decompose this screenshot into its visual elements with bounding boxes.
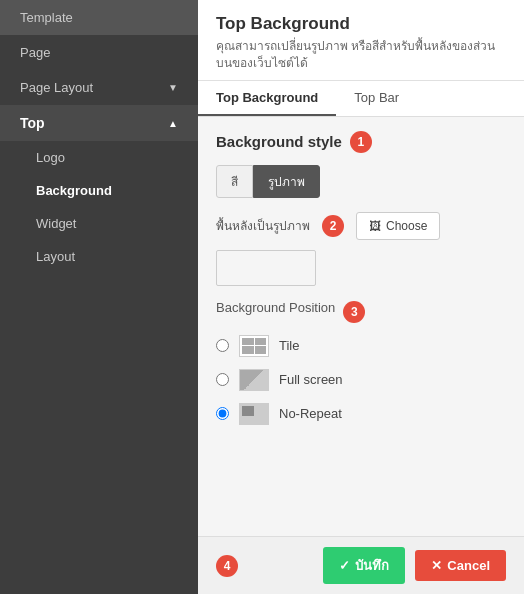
section-title-text: Background style bbox=[216, 133, 342, 150]
style-btn-image[interactable]: รูปภาพ bbox=[253, 165, 320, 198]
badge-4: 4 bbox=[216, 555, 238, 577]
image-row: พื้นหลังเป็นรูปภาพ 2 🖼 Choose bbox=[216, 212, 506, 240]
main-header: Top Background คุณสามารถเปลี่ยนรูปภาพ หร… bbox=[198, 0, 524, 81]
badge-4-container: 4 bbox=[216, 555, 238, 577]
sidebar-item-label: Top bbox=[20, 115, 45, 131]
cancel-icon: ✕ bbox=[431, 558, 442, 573]
cancel-button[interactable]: ✕ Cancel bbox=[415, 550, 506, 581]
sidebar-item-template[interactable]: Template bbox=[0, 0, 198, 35]
option-no-repeat[interactable]: No-Repeat bbox=[216, 403, 506, 425]
sidebar-item-widget[interactable]: Widget bbox=[0, 207, 198, 240]
cancel-label: Cancel bbox=[447, 558, 490, 573]
choose-button[interactable]: 🖼 Choose bbox=[356, 212, 440, 240]
sidebar-item-layout[interactable]: Layout bbox=[0, 240, 198, 273]
sidebar-item-page-layout[interactable]: Page Layout ▼ bbox=[0, 70, 198, 105]
chevron-up-icon: ▲ bbox=[168, 118, 178, 129]
badge-1: 1 bbox=[350, 131, 372, 153]
sidebar-item-background[interactable]: Background bbox=[0, 174, 198, 207]
norepeat-label: No-Repeat bbox=[279, 406, 342, 421]
radio-no-repeat[interactable] bbox=[216, 407, 229, 420]
sidebar-item-label: Page Layout bbox=[20, 80, 93, 95]
sidebar-item-label: Template bbox=[20, 10, 73, 25]
content-area: Background style 1 สี รูปภาพ พื้นหลังเป็… bbox=[198, 117, 524, 536]
tab-top-bar[interactable]: Top Bar bbox=[336, 81, 417, 116]
sidebar-item-top[interactable]: Top ▲ bbox=[0, 105, 198, 141]
style-btn-color[interactable]: สี bbox=[216, 165, 253, 198]
save-label: บันทึก bbox=[355, 555, 389, 576]
sidebar: Template Page Page Layout ▼ Top ▲ Logo B… bbox=[0, 0, 198, 594]
tab-top-background[interactable]: Top Background bbox=[198, 81, 336, 116]
header-description: คุณสามารถเปลี่ยนรูปภาพ หรือสีสำหรับพื้นห… bbox=[216, 38, 506, 72]
sidebar-sub-item-label: Layout bbox=[36, 249, 75, 264]
fullscreen-icon bbox=[239, 369, 269, 391]
radio-fullscreen[interactable] bbox=[216, 373, 229, 386]
preview-image bbox=[216, 250, 316, 286]
sidebar-sub-item-label: Background bbox=[36, 183, 112, 198]
save-button[interactable]: ✓ บันทึก bbox=[323, 547, 405, 584]
tile-label: Tile bbox=[279, 338, 299, 353]
badge-3: 3 bbox=[343, 301, 365, 323]
image-label: พื้นหลังเป็นรูปภาพ bbox=[216, 216, 310, 235]
norepeat-icon bbox=[239, 403, 269, 425]
position-options: Tile Full screen No-Repeat bbox=[216, 335, 506, 425]
sidebar-item-page[interactable]: Page bbox=[0, 35, 198, 70]
sidebar-sub-item-label: Widget bbox=[36, 216, 76, 231]
page-title: Top Background bbox=[216, 14, 506, 34]
save-icon: ✓ bbox=[339, 558, 350, 573]
main-panel: Top Background คุณสามารถเปลี่ยนรูปภาพ หร… bbox=[198, 0, 524, 594]
footer: 4 ✓ บันทึก ✕ Cancel bbox=[198, 536, 524, 594]
image-icon: 🖼 bbox=[369, 219, 381, 233]
choose-label: Choose bbox=[386, 219, 427, 233]
fullscreen-label: Full screen bbox=[279, 372, 343, 387]
tab-bar: Top Background Top Bar bbox=[198, 81, 524, 117]
bg-position-title: Background Position bbox=[216, 300, 335, 315]
style-toggle: สี รูปภาพ bbox=[216, 165, 506, 198]
sidebar-item-label: Page bbox=[20, 45, 50, 60]
badge-2: 2 bbox=[322, 215, 344, 237]
option-tile[interactable]: Tile bbox=[216, 335, 506, 357]
chevron-down-icon: ▼ bbox=[168, 82, 178, 93]
radio-tile[interactable] bbox=[216, 339, 229, 352]
option-fullscreen[interactable]: Full screen bbox=[216, 369, 506, 391]
section-title: Background style 1 bbox=[216, 131, 506, 153]
tile-icon bbox=[239, 335, 269, 357]
sidebar-item-logo[interactable]: Logo bbox=[0, 141, 198, 174]
sidebar-sub-item-label: Logo bbox=[36, 150, 65, 165]
